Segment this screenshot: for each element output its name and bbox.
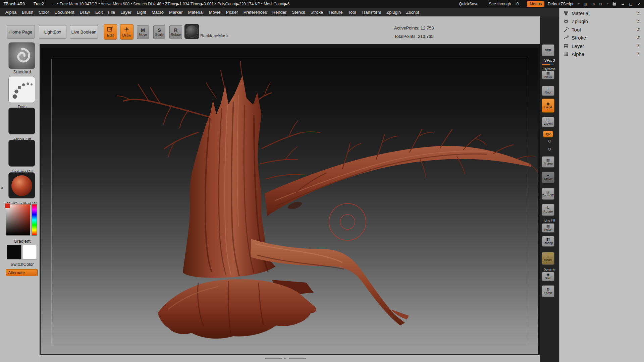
current-color-swatch[interactable] — [5, 203, 10, 208]
floor-button[interactable]: ⊥ Floor — [542, 86, 554, 96]
pivot-rotate-icon[interactable]: ↻ — [540, 139, 559, 144]
current-brush-thumbnail[interactable] — [8, 42, 35, 69]
main-color-swatch[interactable] — [7, 245, 21, 259]
ui-menu-icon[interactable]: ≡ — [606, 2, 608, 6]
move-3d-button[interactable]: + Move — [542, 172, 554, 183]
rotate-button[interactable]: R Rotate — [169, 25, 182, 39]
cycle-icon[interactable]: ↺ — [636, 52, 640, 57]
menu-alpha[interactable]: Alpha — [3, 10, 19, 15]
menu-picker[interactable]: Picker — [223, 10, 241, 15]
ui-palette-icon[interactable]: ▥ — [584, 2, 587, 6]
spix-slider[interactable] — [542, 64, 554, 66]
menu-material[interactable]: Material — [185, 10, 206, 15]
menu-marker[interactable]: Marker — [166, 10, 185, 15]
frame-button[interactable]: ▦ Frame — [542, 156, 554, 168]
home-page-button[interactable]: Home Page — [7, 25, 35, 39]
tray-item-tool[interactable]: Tool ↺ — [559, 25, 644, 34]
rotate-3d-button[interactable]: ↻ Rotate — [542, 204, 554, 216]
see-through-slider[interactable]: See-through 0 — [487, 1, 520, 7]
lsym-button[interactable]: + L.Sym — [542, 117, 554, 127]
local-button[interactable]: ◉ Local — [542, 99, 554, 113]
cycle-icon[interactable]: ↺ — [636, 35, 640, 40]
solo-button[interactable]: ◉ Solo — [542, 272, 554, 281]
current-alpha-thumbnail[interactable] — [8, 108, 35, 134]
tray-item-label: Material — [572, 10, 589, 16]
tray-item-label: Alpha — [572, 51, 584, 57]
menu-draw[interactable]: Draw — [77, 10, 93, 15]
menu-zplugin[interactable]: Zplugin — [384, 10, 404, 15]
menu-color[interactable]: Color — [36, 10, 52, 15]
home-page-label: Home Page — [9, 29, 33, 35]
polyframe-button[interactable]: ▦ PolyF — [542, 223, 554, 233]
tray-item-zplugin[interactable]: Zplugin ↺ — [559, 17, 644, 25]
default-zscript-button[interactable]: DefaultZScript — [548, 2, 573, 6]
cycle-icon[interactable]: ↺ — [636, 44, 640, 49]
quicksave-button[interactable]: QuickSave — [459, 2, 478, 6]
menu-tool[interactable]: Tool — [345, 10, 359, 15]
scale-button[interactable]: S Scale — [153, 25, 165, 39]
scroll-center-arrow[interactable]: ▴ — [284, 356, 286, 359]
draw-button[interactable]: Draw — [120, 24, 133, 40]
tray-item-alpha[interactable]: Alpha ↺ — [559, 50, 644, 58]
draw-icon — [124, 26, 130, 33]
menu-document[interactable]: Document — [52, 10, 77, 15]
color-picker[interactable] — [6, 204, 37, 236]
lock-icon[interactable] — [612, 1, 616, 7]
menu-texture[interactable]: Texture — [326, 10, 345, 15]
alternate-button[interactable]: Alternate — [6, 269, 38, 276]
hue-strip[interactable] — [32, 204, 37, 236]
ui-grid-icon[interactable]: ⊞ — [591, 2, 595, 6]
cycle-icon[interactable]: ↺ — [636, 27, 640, 32]
secondary-color-swatch[interactable] — [22, 245, 37, 259]
move-button[interactable]: M Move — [137, 25, 149, 39]
minimize-button[interactable]: – — [622, 2, 624, 7]
menu-macro[interactable]: Macro — [149, 10, 166, 15]
h-scrollbar-left[interactable] — [265, 358, 282, 359]
tree-model[interactable] — [41, 48, 538, 354]
backface-mask-label: BackfaceMask — [200, 33, 229, 38]
saturation-value-square[interactable] — [6, 204, 30, 236]
menu-render[interactable]: Render — [270, 10, 289, 15]
menu-bar: Alpha Brush Color Document Draw Edit Fil… — [0, 8, 559, 16]
tray-item-material[interactable]: Material ↺ — [559, 9, 644, 17]
transp-button[interactable]: ◧ Transp — [542, 236, 554, 247]
current-material-thumbnail[interactable] — [8, 172, 35, 198]
tray-item-stroke[interactable]: Stroke ↺ — [559, 34, 644, 42]
menu-stroke[interactable]: Stroke — [308, 10, 326, 15]
menu-stencil[interactable]: Stencil — [289, 10, 308, 15]
persp-button[interactable]: ▦ Persp — [542, 71, 554, 79]
zoom3d-button[interactable]: ◎ Zoom3D — [542, 188, 554, 200]
xyz-button[interactable]: xyz — [543, 131, 553, 137]
menu-light[interactable]: Light — [134, 10, 149, 15]
xpose-button[interactable]: ⇅ Xpose — [542, 285, 554, 297]
viewport-canvas[interactable] — [41, 48, 538, 354]
menu-layer[interactable]: Layer — [118, 10, 134, 15]
menu-movie[interactable]: Movie — [206, 10, 223, 15]
ui-config-icon[interactable]: ⊡ — [599, 2, 602, 6]
menu-file[interactable]: File — [105, 10, 118, 15]
collapse-left-icon[interactable]: « — [577, 2, 580, 6]
edit-button[interactable]: Edit — [104, 24, 117, 40]
left-tray-collapse-handle[interactable]: ◂ — [0, 185, 3, 190]
close-button[interactable]: × — [637, 2, 640, 7]
lightbox-button[interactable]: LightBox — [39, 25, 66, 39]
cycle-icon[interactable]: ↺ — [636, 11, 640, 16]
cycle-icon[interactable]: ↺ — [636, 19, 640, 24]
menu-brush[interactable]: Brush — [19, 10, 36, 15]
current-texture-thumbnail[interactable] — [8, 140, 35, 167]
current-stroke-thumbnail[interactable] — [8, 76, 35, 103]
backfacemask-brush-icon[interactable] — [184, 24, 199, 39]
h-scrollbar-right[interactable] — [289, 358, 306, 359]
menu-zscript[interactable]: Zscript — [404, 10, 422, 15]
maximize-button[interactable]: □ — [630, 2, 632, 7]
bpr-button[interactable]: BPR — [542, 44, 554, 56]
pivot-reset-icon[interactable]: ↺ — [540, 147, 559, 152]
standard-brush-swirl-icon — [9, 43, 35, 69]
menu-preferences[interactable]: Preferences — [241, 10, 270, 15]
menu-transform[interactable]: Transform — [359, 10, 384, 15]
menus-toggle[interactable]: Menus — [527, 1, 544, 7]
ghost-button[interactable]: ◌ Ghost — [542, 252, 554, 265]
tray-item-layer[interactable]: Layer ↺ — [559, 42, 644, 50]
menu-edit[interactable]: Edit — [93, 10, 105, 15]
live-boolean-button[interactable]: Live Boolean — [70, 25, 98, 39]
